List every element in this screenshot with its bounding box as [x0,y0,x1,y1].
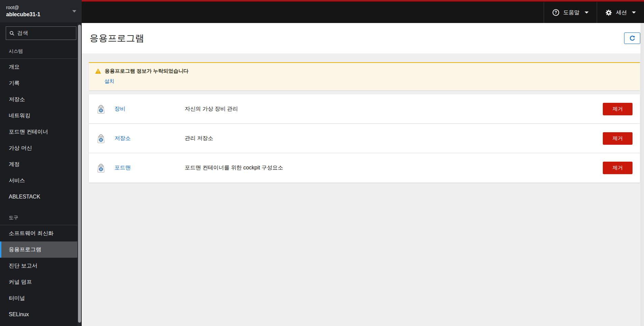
svg-text:?: ? [555,10,557,15]
nav-section-tools: 도구 [0,212,82,225]
main-area: ? 도움말 [82,0,644,326]
help-label: 도움말 [563,9,579,16]
sidebar-item-diagnostic-reports[interactable]: 진단 보고서 [0,258,82,274]
masthead-toolbar: ? 도움말 [82,2,644,23]
chevron-down-icon [632,11,636,14]
host-user: root@ [6,4,72,11]
app-row-machines: 장비 자신의 가상 장비 관리 제거 [89,94,640,124]
host-switcher[interactable]: root@ ablecube31-1 [0,0,82,23]
help-icon: ? [552,9,560,16]
cockpit-app: root@ ablecube31-1 시스템 개요 기록 저장소 네트워킹 포드… [0,0,644,326]
sidebar-item-logs[interactable]: 기록 [0,75,82,91]
remove-podman-button[interactable]: 제거 [603,162,633,174]
app-identity: 저장소 [96,133,185,144]
sidebar: root@ ablecube31-1 시스템 개요 기록 저장소 네트워킹 포드… [0,0,82,326]
sidebar-item-storage[interactable]: 저장소 [0,91,82,108]
app-link-storage[interactable]: 저장소 [114,135,131,142]
sidebar-scrollbar[interactable] [77,23,82,326]
app-identity: 포드맨 [96,163,185,173]
sidebar-item-kernel-dump[interactable]: 커널 덤프 [0,274,82,290]
sidebar-nav: 시스템 개요 기록 저장소 네트워킹 포드맨 컨테이너 가상 머신 계정 서비스… [0,42,82,323]
remove-machines-button[interactable]: 제거 [603,103,633,115]
nav-section-system: 시스템 [0,45,82,59]
sidebar-item-services[interactable]: 서비스 [0,172,82,189]
host-name: ablecube31-1 [6,11,72,18]
host-info: root@ ablecube31-1 [6,4,72,18]
alert-header: 응용프로그램 정보가 누락되었습니다 [95,68,634,74]
app-row-storage: 저장소 관리 저장소 제거 [89,124,640,153]
application-package-icon [96,104,106,114]
sidebar-item-accounts[interactable]: 계정 [0,156,82,172]
chevron-down-icon [72,10,76,13]
app-link-podman[interactable]: 포드맨 [114,164,131,171]
sidebar-item-overview[interactable]: 개요 [0,59,82,75]
application-package-icon [96,163,106,173]
refresh-icon [629,35,636,42]
warning-alert: 응용프로그램 정보가 누락되었습니다 설치 [89,62,640,90]
app-description: 자신의 가상 장비 관리 [185,106,603,113]
page-scrollbar[interactable] [641,23,644,326]
sidebar-item-networking[interactable]: 네트워킹 [0,108,82,124]
sidebar-item-software-updates[interactable]: 소프트웨어 최신화 [0,225,82,241]
warning-triangle-icon [95,68,101,74]
alert-title: 응용프로그램 정보가 누락되었습니다 [105,68,188,74]
session-label: 세션 [616,9,627,16]
app-row-podman: 포드맨 포드맨 컨테이너를 위한 cockpit 구성요소 제거 [89,153,640,183]
sidebar-item-applications[interactable]: 응용프로그램 [0,241,82,258]
app-identity: 장비 [96,104,185,114]
page-content: 응용프로그램 정보가 누락되었습니다 설치 [82,53,644,326]
app-link-machines[interactable]: 장비 [114,106,125,113]
page-header: 응용프로그램 [82,23,644,53]
install-link[interactable]: 설치 [104,78,114,85]
remove-storage-button[interactable]: 제거 [603,132,633,145]
refresh-button[interactable] [624,32,640,44]
application-package-icon [96,133,106,144]
search-input[interactable] [17,30,73,36]
masthead: ? 도움말 [82,0,644,23]
gear-icon [605,9,612,16]
sidebar-item-terminal[interactable]: 터미널 [0,290,82,306]
applications-list: 장비 자신의 가상 장비 관리 제거 [89,94,640,183]
sidebar-item-ablestack[interactable]: ABLESTACK [0,189,82,205]
search-icon [9,31,15,36]
sidebar-item-virtual-machines[interactable]: 가상 머신 [0,140,82,156]
help-menu-button[interactable]: ? 도움말 [544,2,597,23]
chevron-down-icon [585,11,589,14]
page-title: 응용프로그램 [89,32,624,44]
sidebar-item-selinux[interactable]: SELinux [0,306,82,323]
app-description: 포드맨 컨테이너를 위한 cockpit 구성요소 [185,164,603,171]
nav-gap [0,205,82,212]
app-description: 관리 저장소 [185,135,603,142]
session-menu-button[interactable]: 세션 [597,2,644,23]
sidebar-item-podman-containers[interactable]: 포드맨 컨테이너 [0,124,82,140]
sidebar-scrollbar-thumb[interactable] [78,25,81,323]
sidebar-search [6,26,76,40]
